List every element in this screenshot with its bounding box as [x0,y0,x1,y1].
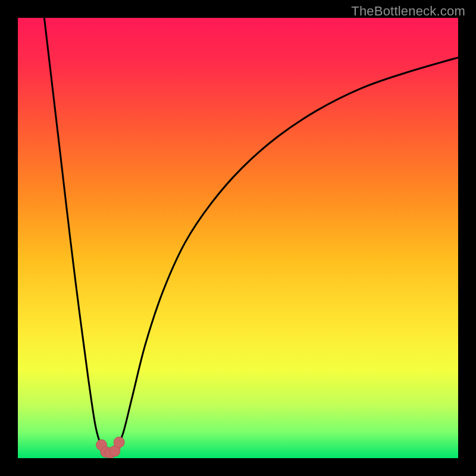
outer-frame: TheBottleneck.com [0,0,476,476]
curve-right-branch [117,58,459,450]
watermark-text: TheBottleneck.com [351,4,465,19]
curve-layer [18,18,458,458]
trough-marker-dot [114,437,124,447]
curve-left-branch [44,18,104,449]
trough-markers [96,437,125,458]
plot-area [18,18,458,458]
